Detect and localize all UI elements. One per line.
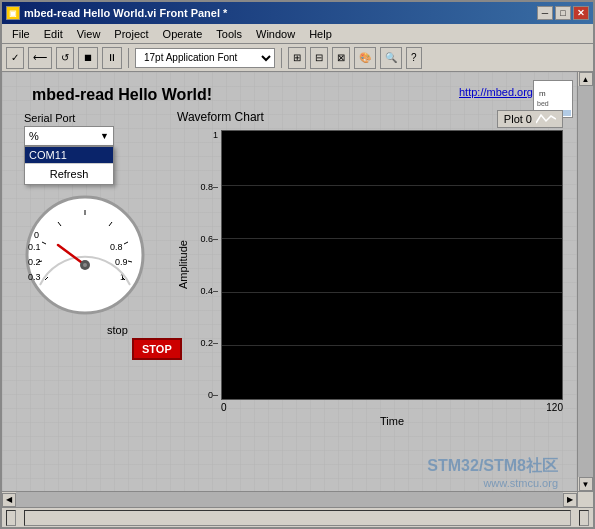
menu-bar: File Edit View Project Operate Tools Win…	[2, 24, 593, 44]
chart-section: Waveform Chart Plot 0 Amplitude 1	[177, 110, 563, 477]
scroll-up-arrow[interactable]: ▲	[579, 72, 593, 86]
y-axis-label: Amplitude	[177, 130, 191, 400]
toolbar-separator-2	[281, 48, 282, 68]
status-segment-2	[24, 510, 571, 526]
menu-help[interactable]: Help	[303, 27, 338, 41]
title-buttons: ─ □ ✕	[537, 6, 589, 20]
y-axis-ticks: 1 0.8– 0.6– 0.4– 0.2– 0–	[193, 130, 221, 400]
stop-toolbar-button[interactable]: ⏹	[78, 47, 98, 69]
scroll-down-arrow[interactable]: ▼	[579, 477, 593, 491]
x-axis-label: Time	[221, 415, 563, 427]
menu-tools[interactable]: Tools	[210, 27, 248, 41]
svg-text:0.9: 0.9	[115, 257, 128, 267]
serial-port-label: Serial Port	[24, 112, 114, 124]
dropdown-item-com11[interactable]: COM11	[25, 147, 113, 163]
plot-line-icon	[536, 113, 556, 125]
font-selector[interactable]: 17pt Application Font	[135, 48, 275, 68]
serial-port-dropdown[interactable]: % ▼ COM11 Refresh	[24, 126, 114, 146]
maximize-button[interactable]: □	[555, 6, 571, 20]
grid-line-4	[222, 345, 562, 346]
menu-project[interactable]: Project	[108, 27, 154, 41]
stop-button[interactable]: STOP	[132, 338, 182, 360]
title-bar-text: ▣ mbed-read Hello World.vi Front Panel *	[6, 6, 227, 20]
dropdown-item-refresh[interactable]: Refresh	[25, 163, 113, 184]
main-area: ▲ ▼ ◀ ▶ mbed-read Hello World! http://mb…	[2, 72, 593, 507]
app-title: mbed-read Hello World!	[32, 86, 212, 104]
align-button[interactable]: ⊞	[288, 47, 306, 69]
watermark-line1: STM32/STM8社区	[427, 456, 558, 477]
serial-port-section: Serial Port % ▼ COM11 Refresh	[24, 112, 114, 146]
dropdown-display[interactable]: % ▼	[24, 126, 114, 146]
title-bar: ▣ mbed-read Hello World.vi Front Panel *…	[2, 2, 593, 24]
grid-line-3	[222, 292, 562, 293]
scroll-track-vertical[interactable]	[578, 86, 593, 477]
svg-point-23	[83, 263, 87, 267]
svg-text:0: 0	[34, 230, 39, 240]
gauge-svg: 0.3 0.2 0.1 0 0.8 0.9 1	[20, 190, 150, 320]
scroll-right-arrow[interactable]: ▶	[563, 493, 577, 507]
app-url[interactable]: http://mbed.org	[459, 86, 533, 98]
chart-body: Amplitude 1 0.8– 0.6– 0.4– 0.2– 0–	[177, 130, 563, 400]
scrollbar-vertical[interactable]: ▲ ▼	[577, 72, 593, 491]
svg-text:0.3: 0.3	[28, 272, 41, 282]
svg-text:0.1: 0.1	[28, 242, 41, 252]
title-icon: ▣	[6, 6, 20, 20]
menu-view[interactable]: View	[71, 27, 107, 41]
menu-file[interactable]: File	[6, 27, 36, 41]
check-button[interactable]: ✓	[6, 47, 24, 69]
stop-label: stop	[107, 324, 128, 336]
status-bar	[2, 507, 593, 527]
main-window: ▣ mbed-read Hello World.vi Front Panel *…	[0, 0, 595, 529]
redo-button[interactable]: ↺	[56, 47, 74, 69]
grid-line-1	[222, 185, 562, 186]
dropdown-arrow-icon: ▼	[100, 131, 109, 141]
menu-window[interactable]: Window	[250, 27, 301, 41]
scroll-track-horizontal[interactable]	[16, 492, 563, 507]
chart-header: Waveform Chart Plot 0	[177, 110, 563, 128]
scroll-left-arrow[interactable]: ◀	[2, 493, 16, 507]
dropdown-menu: COM11 Refresh	[24, 146, 114, 185]
plot-legend: Plot 0	[497, 110, 563, 128]
resize-button[interactable]: ⊠	[332, 47, 350, 69]
close-button[interactable]: ✕	[573, 6, 589, 20]
menu-operate[interactable]: Operate	[157, 27, 209, 41]
chart-plot-area	[221, 130, 563, 400]
grid-line-2	[222, 238, 562, 239]
toolbar-separator-1	[128, 48, 129, 68]
minimize-button[interactable]: ─	[537, 6, 553, 20]
pause-button[interactable]: ⏸	[102, 47, 122, 69]
help-button[interactable]: ?	[406, 47, 422, 69]
x-axis-ticks: 0 120	[221, 402, 563, 413]
search-button[interactable]: 🔍	[380, 47, 402, 69]
chart-title: Waveform Chart	[177, 110, 264, 124]
distribute-button[interactable]: ⊟	[310, 47, 328, 69]
color-button[interactable]: 🎨	[354, 47, 376, 69]
scrollbar-horizontal[interactable]: ◀ ▶	[2, 491, 577, 507]
back-button[interactable]: ⟵	[28, 47, 52, 69]
scrollbar-corner	[577, 491, 593, 507]
watermark-line2: www.stmcu.org	[483, 477, 558, 489]
svg-text:m: m	[539, 89, 546, 98]
svg-text:bed: bed	[537, 100, 549, 107]
status-segment-1	[6, 510, 16, 526]
svg-text:0.8: 0.8	[110, 242, 123, 252]
gauge-container: 0.3 0.2 0.1 0 0.8 0.9 1	[20, 190, 150, 323]
toolbar: ✓ ⟵ ↺ ⏹ ⏸ 17pt Application Font ⊞ ⊟ ⊠ 🎨 …	[2, 44, 593, 72]
menu-edit[interactable]: Edit	[38, 27, 69, 41]
status-segment-3	[579, 510, 589, 526]
